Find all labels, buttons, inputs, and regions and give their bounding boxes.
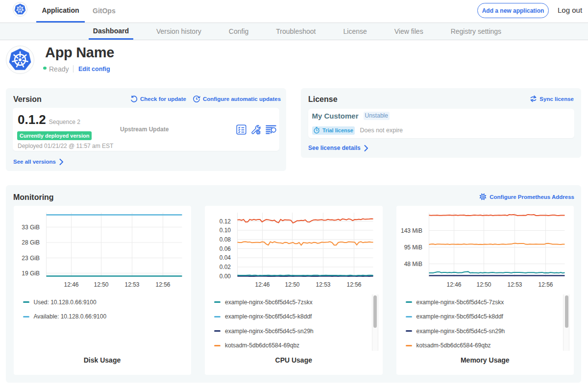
svg-text:0.00: 0.00 — [220, 272, 231, 279]
svg-text:12:46: 12:46 — [446, 281, 461, 288]
svg-text:12:46: 12:46 — [255, 281, 270, 288]
svg-text:19 GiB: 19 GiB — [22, 269, 40, 276]
svg-text:0.08: 0.08 — [220, 236, 231, 243]
svg-text:33 GiB: 33 GiB — [22, 223, 40, 230]
svg-text:12:53: 12:53 — [316, 281, 330, 288]
svg-text:12:50: 12:50 — [285, 281, 299, 288]
svg-text:28 GiB: 28 GiB — [22, 239, 40, 246]
svg-text:143 MiB: 143 MiB — [400, 227, 422, 234]
svg-text:12:56: 12:56 — [538, 281, 553, 288]
svg-text:12:56: 12:56 — [155, 281, 170, 288]
svg-text:0.02: 0.02 — [220, 264, 231, 270]
svg-text:48 MiB: 48 MiB — [404, 260, 422, 267]
svg-text:0.10: 0.10 — [220, 227, 231, 234]
svg-text:0.06: 0.06 — [220, 245, 231, 252]
svg-text:12:53: 12:53 — [124, 281, 139, 288]
svg-text:0.12: 0.12 — [220, 218, 231, 224]
svg-text:0.04: 0.04 — [220, 254, 231, 261]
svg-text:12:50: 12:50 — [94, 281, 108, 288]
svg-text:23 GiB: 23 GiB — [22, 254, 40, 261]
svg-text:12:56: 12:56 — [346, 281, 361, 288]
svg-text:12:53: 12:53 — [507, 281, 522, 288]
svg-text:12:46: 12:46 — [64, 281, 78, 288]
svg-text:12:50: 12:50 — [476, 281, 491, 288]
svg-text:95 MiB: 95 MiB — [404, 244, 422, 250]
